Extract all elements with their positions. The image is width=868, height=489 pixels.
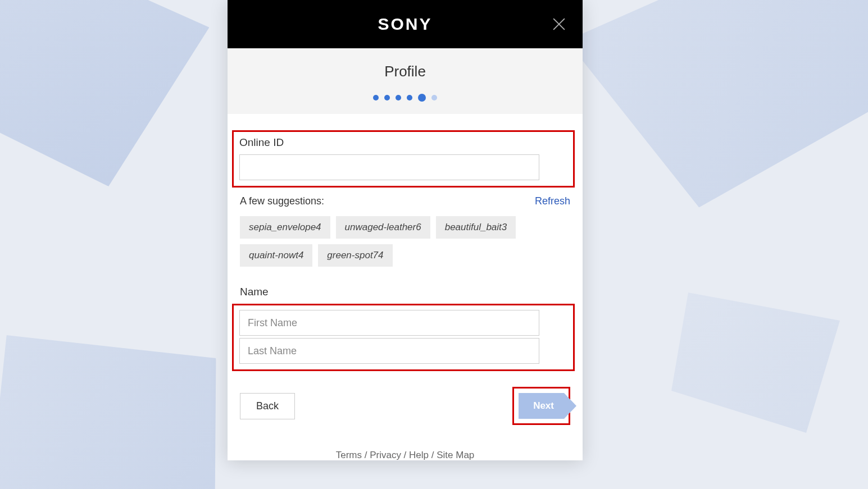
step-dot xyxy=(373,95,379,100)
suggestion-chip[interactable]: beautiful_bait3 xyxy=(436,216,516,239)
modal-subheader: Profile xyxy=(228,48,583,114)
progress-stepper xyxy=(228,95,583,102)
footer-links: Terms / Privacy / Help / Site Map xyxy=(240,425,570,460)
next-button[interactable]: Next xyxy=(519,393,564,419)
privacy-link[interactable]: Privacy xyxy=(370,450,401,460)
bg-decor xyxy=(0,300,240,489)
bg-decor xyxy=(559,0,868,231)
step-dot xyxy=(384,95,390,100)
terms-link[interactable]: Terms xyxy=(336,450,362,460)
suggestions-label: A few suggestions: xyxy=(240,195,324,207)
online-id-input[interactable] xyxy=(239,154,539,180)
first-name-input[interactable] xyxy=(239,310,539,336)
bg-decor xyxy=(0,0,221,201)
suggestion-chip[interactable]: unwaged-leather6 xyxy=(336,216,430,239)
modal-body[interactable]: PlayStation. Other players won't be able… xyxy=(228,114,583,460)
online-id-highlight: Online ID xyxy=(232,130,575,188)
close-icon[interactable] xyxy=(551,17,567,33)
step-dot xyxy=(431,95,437,100)
next-highlight: Next xyxy=(512,387,570,425)
next-button-label: Next xyxy=(533,400,554,412)
refresh-link[interactable]: Refresh xyxy=(535,195,570,207)
suggestions-row: A few suggestions: Refresh xyxy=(240,195,570,207)
online-id-label: Online ID xyxy=(239,136,567,149)
profile-modal: SONY Profile PlayStation. Other players … xyxy=(228,0,583,460)
name-label: Name xyxy=(240,286,570,298)
step-dot xyxy=(418,94,426,102)
bg-decor xyxy=(671,293,840,433)
name-highlight xyxy=(232,304,575,371)
intro-text-truncated: PlayStation. Other players won't be able… xyxy=(240,114,570,130)
step-dot xyxy=(407,95,412,100)
modal-header: SONY xyxy=(228,0,583,48)
page-title: Profile xyxy=(228,63,583,80)
help-link[interactable]: Help xyxy=(409,450,429,460)
step-dot xyxy=(396,95,401,100)
back-button[interactable]: Back xyxy=(240,393,295,419)
suggestion-chip[interactable]: quaint-nowt4 xyxy=(240,244,312,267)
suggestion-chip[interactable]: sepia_envelope4 xyxy=(240,216,330,239)
sitemap-link[interactable]: Site Map xyxy=(437,450,474,460)
suggestion-chip[interactable]: green-spot74 xyxy=(318,244,392,267)
action-row: Back Next xyxy=(240,387,570,425)
sony-logo: SONY xyxy=(378,15,432,34)
suggestion-chips: sepia_envelope4unwaged-leather6beautiful… xyxy=(240,216,570,267)
last-name-input[interactable] xyxy=(239,338,539,364)
